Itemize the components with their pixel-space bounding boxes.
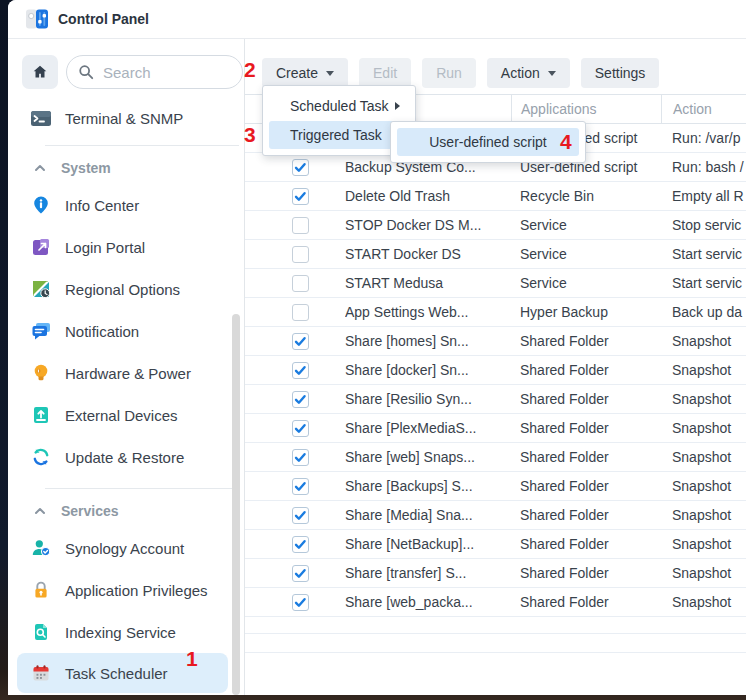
task-name-cell: Share [web] Snaps... bbox=[345, 449, 511, 465]
sidebar-item-terminal-snmp[interactable]: Terminal & SNMP bbox=[8, 101, 244, 135]
checkbox-checked[interactable] bbox=[292, 478, 309, 495]
application-cell: Service bbox=[511, 246, 661, 262]
checkbox-checked[interactable] bbox=[292, 449, 309, 466]
task-name-cell: Share [transfer] S... bbox=[345, 565, 511, 581]
checkbox-checked[interactable] bbox=[292, 188, 309, 205]
task-name-cell: START Medusa bbox=[345, 275, 511, 291]
search-box[interactable] bbox=[66, 55, 243, 89]
table-row[interactable]: Share [transfer] S...Shared FolderSnapsh… bbox=[245, 559, 746, 588]
external-devices-icon bbox=[30, 404, 52, 426]
sidebar-item-info-center[interactable]: Info Center bbox=[8, 184, 244, 226]
table-row[interactable]: START MedusaServiceStart servic bbox=[245, 269, 746, 298]
section-label: System bbox=[61, 160, 111, 176]
menu-item-triggered-task[interactable]: Triggered Task bbox=[269, 121, 409, 149]
table-row[interactable]: Share [web] Snaps...Shared FolderSnapsho… bbox=[245, 443, 746, 472]
sidebar-item-regional-options[interactable]: Regional Options bbox=[8, 268, 244, 310]
sidebar-section-services[interactable]: Services bbox=[8, 495, 244, 527]
sidebar-item-external-devices[interactable]: External Devices bbox=[8, 394, 244, 436]
action-cell: Empty all R bbox=[661, 188, 746, 204]
sidebar-item-label: Update & Restore bbox=[65, 449, 184, 466]
checkbox-unchecked[interactable] bbox=[292, 304, 309, 321]
checkbox-checked[interactable] bbox=[292, 420, 309, 437]
checkbox-checked[interactable] bbox=[292, 594, 309, 611]
checkbox-unchecked[interactable] bbox=[292, 246, 309, 263]
checkbox-unchecked[interactable] bbox=[292, 217, 309, 234]
chevron-up-icon bbox=[33, 504, 47, 518]
submenu-arrow-icon bbox=[395, 102, 400, 110]
table-row[interactable]: Share [Backups] S...Shared FolderSnapsho… bbox=[245, 472, 746, 501]
sidebar-item-hardware-power[interactable]: Hardware & Power bbox=[8, 352, 244, 394]
table-row[interactable]: Share [PlexMediaS...Shared FolderSnapsho… bbox=[245, 414, 746, 443]
application-cell: Service bbox=[511, 275, 661, 291]
table-row[interactable]: START Docker DSServiceStart servic bbox=[245, 240, 746, 269]
table-row[interactable]: Share [Resilio Syn...Shared FolderSnapsh… bbox=[245, 385, 746, 414]
checkbox-checked[interactable] bbox=[292, 536, 309, 553]
table-row[interactable]: Share [Media] Sna...Shared FolderSnapsho… bbox=[245, 501, 746, 530]
update-restore-icon bbox=[30, 446, 52, 468]
checkbox-checked[interactable] bbox=[292, 507, 309, 524]
control-panel-icon bbox=[25, 7, 49, 31]
application-privileges-icon bbox=[30, 579, 52, 601]
menu-item-scheduled-task[interactable]: Scheduled Task bbox=[269, 92, 409, 120]
divider bbox=[45, 145, 239, 146]
sidebar-item-login-portal[interactable]: Login Portal bbox=[8, 226, 244, 268]
sidebar-item-notification[interactable]: Notification bbox=[8, 310, 244, 352]
checkbox-checked[interactable] bbox=[292, 362, 309, 379]
run-button[interactable]: Run bbox=[422, 58, 476, 88]
task-name-cell: Share [Backups] S... bbox=[345, 478, 511, 494]
checkbox-checked[interactable] bbox=[292, 159, 309, 176]
sidebar-item-update-restore[interactable]: Update & Restore bbox=[8, 436, 244, 478]
sidebar-item-label: Application Privileges bbox=[65, 582, 208, 599]
sidebar-item-application-privileges[interactable]: Application Privileges bbox=[8, 569, 244, 611]
action-cell: Snapshot bbox=[661, 420, 746, 436]
checkbox-checked[interactable] bbox=[292, 333, 309, 350]
create-button[interactable]: Create bbox=[262, 58, 348, 88]
table-row[interactable]: Share [web_packa...Shared FolderSnapshot bbox=[245, 588, 746, 617]
action-cell: Snapshot bbox=[661, 565, 746, 581]
action-cell: Back up da bbox=[661, 304, 746, 320]
checkbox-unchecked[interactable] bbox=[292, 275, 309, 292]
sidebar-item-label: Synology Account bbox=[65, 540, 184, 557]
search-input[interactable] bbox=[101, 63, 215, 82]
checkbox-checked[interactable] bbox=[292, 391, 309, 408]
application-cell: Service bbox=[511, 217, 661, 233]
task-name-cell: Share [web_packa... bbox=[345, 594, 511, 610]
search-icon bbox=[78, 64, 94, 80]
settings-button[interactable]: Settings bbox=[581, 58, 660, 88]
action-cell: Run: /var/p bbox=[661, 130, 746, 146]
sidebar-item-label: Task Scheduler bbox=[65, 665, 168, 682]
table-row[interactable]: Share [homes] Sn...Shared FolderSnapshot bbox=[245, 327, 746, 356]
task-name-cell: Share [Media] Sna... bbox=[345, 507, 511, 523]
application-cell: Shared Folder bbox=[511, 449, 661, 465]
sidebar-item-synology-account[interactable]: Synology Account bbox=[8, 527, 244, 569]
sidebar-item-label: Info Center bbox=[65, 197, 139, 214]
empty-row bbox=[245, 634, 746, 653]
action-cell: Snapshot bbox=[661, 594, 746, 610]
titlebar: Control Panel bbox=[8, 0, 746, 39]
sidebar-scrollbar-thumb[interactable] bbox=[232, 314, 240, 695]
table-row[interactable]: App Settings Web...Hyper BackupBack up d… bbox=[245, 298, 746, 327]
sidebar-item-indexing-service[interactable]: Indexing Service bbox=[8, 611, 244, 653]
edit-button[interactable]: Edit bbox=[359, 58, 411, 88]
notification-icon bbox=[30, 320, 52, 342]
table-body: User-defined scriptRun: /var/pBackup Sys… bbox=[245, 124, 746, 617]
table-row[interactable]: Share [NetBackup]...Shared FolderSnapsho… bbox=[245, 530, 746, 559]
application-cell: Shared Folder bbox=[511, 478, 661, 494]
table-row[interactable]: Share [docker] Sn...Shared FolderSnapsho… bbox=[245, 356, 746, 385]
indexing-service-icon bbox=[30, 621, 52, 643]
action-cell: Snapshot bbox=[661, 362, 746, 378]
sidebar-section-system[interactable]: System bbox=[8, 152, 244, 184]
chevron-up-icon bbox=[33, 161, 47, 175]
action-button[interactable]: Action bbox=[487, 58, 570, 88]
action-cell: Snapshot bbox=[661, 391, 746, 407]
home-button[interactable] bbox=[22, 55, 58, 89]
checkbox-checked[interactable] bbox=[292, 565, 309, 582]
table-row[interactable]: Delete Old TrashRecycle BinEmpty all R bbox=[245, 182, 746, 211]
header-applications-col[interactable]: Applications bbox=[511, 95, 661, 123]
task-name-cell: App Settings Web... bbox=[345, 304, 511, 320]
table-row[interactable]: STOP Docker DS M...ServiceStop servic bbox=[245, 211, 746, 240]
menu-item-user-defined-script[interactable]: User-defined script bbox=[397, 128, 579, 156]
sidebar-item-label: Notification bbox=[65, 323, 139, 340]
header-action-col[interactable]: Action bbox=[661, 95, 746, 123]
login-portal-icon bbox=[30, 236, 52, 258]
